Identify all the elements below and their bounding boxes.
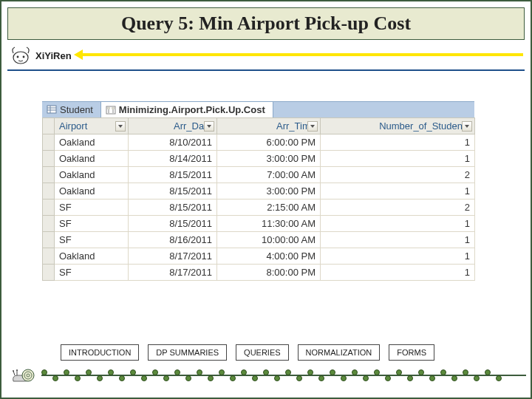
col-arr-date[interactable]: Arr_Date — [129, 118, 217, 134]
brand-label: XiYiRen — [35, 50, 72, 61]
col-number-students[interactable]: Number_of_Students — [321, 118, 475, 134]
tab-label: Minimizing.Airport.Pick.Up.Cost — [119, 104, 265, 115]
row-selector[interactable] — [43, 183, 55, 200]
row-selector[interactable] — [43, 200, 55, 216]
svg-point-1 — [17, 56, 19, 58]
svg-rect-9 — [112, 107, 115, 109]
table-row[interactable]: Oakland8/17/20114:00:00 PM1 — [43, 248, 475, 265]
tab-minimizing-cost[interactable]: Minimizing.Airport.Pick.Up.Cost — [101, 101, 273, 117]
vine-decoration — [41, 369, 526, 381]
cell-time: 3:00:00 PM — [217, 183, 321, 200]
row-selector[interactable] — [43, 248, 55, 265]
cell-time: 6:00:00 PM — [217, 134, 321, 151]
cell-num: 2 — [321, 200, 475, 216]
col-airport[interactable]: Airport — [55, 118, 129, 134]
row-selector[interactable] — [43, 265, 55, 281]
cell-date: 8/16/2011 — [129, 232, 217, 248]
nav-buttons: INTRODUCTION DP SUMMARIES QUERIES NORMAL… — [61, 344, 434, 361]
nav-normalization[interactable]: NORMALIZATION — [298, 344, 381, 361]
cell-num: 1 — [321, 248, 475, 265]
slide: Query 5: Min Airport Pick-up Cost XiYiRe… — [0, 0, 532, 399]
table-row[interactable]: Oakland8/10/20116:00:00 PM1 — [43, 134, 475, 151]
header-row: Airport Arr_Date Arr_Time Number_of_Stud… — [43, 118, 475, 134]
results-table: Airport Arr_Date Arr_Time Number_of_Stud… — [42, 117, 475, 281]
cell-time: 2:15:00 AM — [217, 200, 321, 216]
cell-date: 8/17/2011 — [129, 265, 217, 281]
cell-airport: SF — [55, 216, 129, 232]
row-selector[interactable] — [43, 232, 55, 248]
yellow-arrow-decoration — [83, 53, 523, 56]
cell-date: 8/10/2011 — [129, 134, 217, 151]
table-row[interactable]: Oakland8/15/20117:00:00 AM2 — [43, 167, 475, 183]
row-selector[interactable] — [43, 167, 55, 183]
tab-student[interactable]: Student — [42, 101, 101, 117]
cell-time: 3:00:00 PM — [217, 151, 321, 167]
snail-icon — [10, 365, 40, 384]
nav-introduction[interactable]: INTRODUCTION — [61, 344, 139, 361]
table-row[interactable]: SF8/16/201110:00:00 AM1 — [43, 232, 475, 248]
tab-label: Student — [60, 104, 93, 115]
table-icon — [47, 104, 57, 115]
nav-forms[interactable]: FORMS — [389, 344, 434, 361]
row-selector[interactable] — [43, 216, 55, 232]
cell-time: 4:00:00 PM — [217, 248, 321, 265]
cell-airport: Oakland — [55, 151, 129, 167]
cell-time: 7:00:00 AM — [217, 167, 321, 183]
cell-date: 8/17/2011 — [129, 248, 217, 265]
svg-point-15 — [13, 370, 14, 372]
svg-point-12 — [22, 369, 34, 381]
cell-date: 8/15/2011 — [129, 167, 217, 183]
col-arr-time[interactable]: Arr_Time — [217, 118, 321, 134]
svg-point-0 — [13, 52, 28, 64]
dropdown-icon[interactable] — [204, 121, 214, 132]
cell-time: 11:30:00 AM — [217, 216, 321, 232]
page-title: Query 5: Min Airport Pick-up Cost — [121, 13, 411, 35]
title-band: Query 5: Min Airport Pick-up Cost — [7, 7, 525, 40]
cell-airport: Oakland — [55, 134, 129, 151]
cell-num: 1 — [321, 232, 475, 248]
table-row[interactable]: Oakland8/14/20113:00:00 PM1 — [43, 151, 475, 167]
svg-rect-3 — [47, 106, 56, 113]
row-selector[interactable] — [43, 151, 55, 167]
table-row[interactable]: SF8/17/20118:00:00 PM1 — [43, 265, 475, 281]
cell-airport: Oakland — [55, 248, 129, 265]
col-label: Number_of_Students — [379, 120, 470, 132]
database-panel: Student Minimizing.Airport.Pick.Up.Cost … — [42, 101, 474, 281]
col-label: Airport — [59, 120, 87, 132]
dropdown-icon[interactable] — [115, 121, 126, 132]
svg-point-2 — [23, 56, 25, 58]
table-row[interactable]: SF8/15/20112:15:00 AM2 — [43, 200, 475, 216]
cell-num: 2 — [321, 167, 475, 183]
cell-date: 8/15/2011 — [129, 183, 217, 200]
footer-decoration — [6, 365, 526, 387]
nav-dp-summaries[interactable]: DP SUMMARIES — [148, 344, 227, 361]
cell-airport: SF — [55, 200, 129, 216]
divider-line — [7, 69, 525, 71]
nav-queries[interactable]: QUERIES — [236, 344, 289, 361]
svg-rect-8 — [107, 107, 110, 109]
table-row[interactable]: SF8/15/201111:30:00 AM1 — [43, 216, 475, 232]
svg-point-16 — [16, 369, 18, 371]
cell-airport: Oakland — [55, 183, 129, 200]
cell-num: 1 — [321, 183, 475, 200]
dropdown-icon[interactable] — [307, 121, 318, 132]
cell-num: 1 — [321, 134, 475, 151]
cell-date: 8/15/2011 — [129, 200, 217, 216]
query-icon — [106, 105, 116, 115]
row-selector[interactable] — [43, 134, 55, 151]
cell-time: 10:00:00 AM — [217, 232, 321, 248]
cell-date: 8/14/2011 — [129, 151, 217, 167]
cell-airport: Oakland — [55, 167, 129, 183]
cell-num: 1 — [321, 265, 475, 281]
cell-num: 1 — [321, 151, 475, 167]
dropdown-icon[interactable] — [462, 121, 472, 132]
table-row[interactable]: Oakland8/15/20113:00:00 PM1 — [43, 183, 475, 200]
cell-time: 8:00:00 PM — [217, 265, 321, 281]
select-all-corner[interactable] — [43, 118, 55, 134]
cell-airport: SF — [55, 265, 129, 281]
cell-airport: SF — [55, 232, 129, 248]
cell-date: 8/15/2011 — [129, 216, 217, 232]
logo-row: XiYiRen — [9, 44, 523, 66]
cell-num: 1 — [321, 216, 475, 232]
character-icon — [9, 46, 33, 65]
